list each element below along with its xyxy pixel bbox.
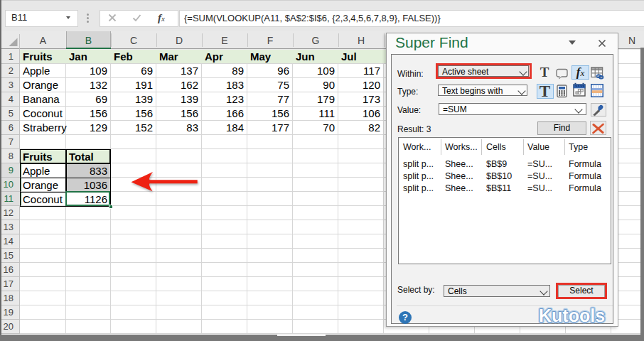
svg-text:Kutools: Kutools xyxy=(539,305,605,325)
